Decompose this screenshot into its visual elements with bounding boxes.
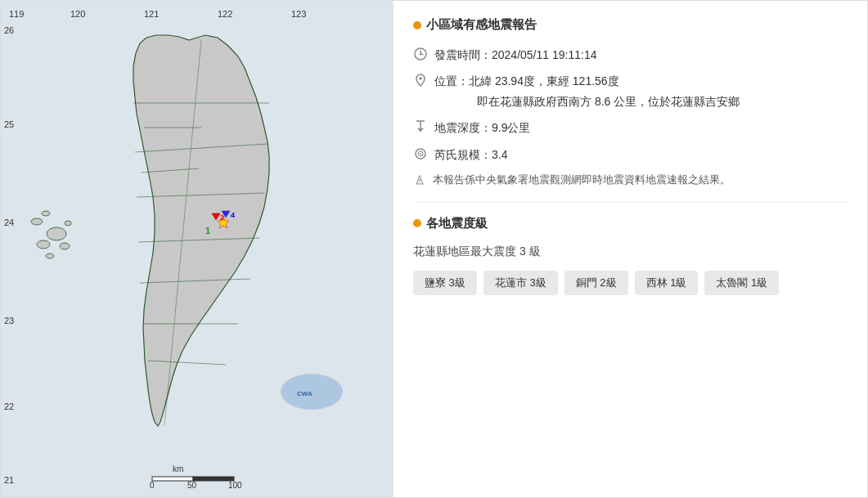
svg-text:1: 1 [205,226,210,236]
time-value: 2024/05/11 19:11:14 [492,48,596,61]
time-row: 發震時間：2024/05/11 19:11:14 [413,46,848,64]
intensity-tag: 鹽寮 3級 [413,271,477,295]
orange-dot-report [413,21,421,29]
time-icon [413,47,428,61]
svg-point-56 [419,182,420,183]
svg-text:km: km [173,464,183,473]
disclaimer-row: 本報告係中央氣象署地震觀測網即時地震資料地震速報之結果。 [413,172,848,189]
depth-text: 地震深度：9.9公里 [434,119,530,137]
svg-text:25: 25 [4,119,14,129]
disclaimer-icon [413,173,426,186]
depth-icon [413,119,428,134]
report-title-text: 小區域有感地震報告 [426,17,537,33]
svg-text:123: 123 [291,9,306,19]
report-section-title: 小區域有感地震報告 [413,17,848,33]
info-panel: 小區域有感地震報告 發震時間：2024/05/11 19:11:14 [394,1,867,497]
svg-text:4: 4 [231,211,235,219]
time-label: 發震時間： [434,48,492,61]
svg-text:0: 0 [150,481,155,490]
svg-text:23: 23 [4,316,14,325]
svg-text:22: 22 [4,402,14,411]
svg-point-3 [37,240,50,249]
location-line1: 北緯 23.94度，東經 121.56度 [469,74,619,87]
svg-text:21: 21 [4,475,14,485]
depth-value: 9.9公里 [492,121,530,134]
magnitude-value: 3.4 [492,148,507,161]
intensity-title-text: 各地震度級 [426,216,488,231]
divider [413,202,848,203]
location-line2: 即在花蓮縣政府西南方 8.6 公里，位於花蓮縣吉安鄉 [434,92,740,110]
orange-dot-intensity [413,219,421,227]
svg-text:119: 119 [9,9,24,19]
svg-point-2 [47,227,66,240]
svg-point-7 [42,211,50,216]
depth-row: 地震深度：9.9公里 [413,119,848,137]
location-label: 位置： [434,74,469,87]
svg-point-6 [31,218,43,225]
map-panel: 119 120 121 122 123 26 25 24 23 22 21 [1,1,394,498]
intensity-section: 各地震度級 花蓮縣地區最大震度 3 級 鹽寮 3級花蓮市 3級銅門 2級西林 1… [413,216,848,295]
time-text: 發震時間：2024/05/11 19:11:14 [434,46,596,64]
location-text: 位置：北緯 23.94度，東經 121.56度 即在花蓮縣政府西南方 8.6 公… [434,72,740,110]
magnitude-icon [413,146,428,161]
intensity-tags: 鹽寮 3級花蓮市 3級銅門 2級西林 1級太魯閣 1級 [413,271,848,295]
intensity-tag: 銅門 2級 [564,271,628,295]
svg-point-5 [46,253,54,258]
svg-text:2: 2 [220,213,224,222]
intensity-section-title: 各地震度級 [413,216,848,231]
main-container: 119 120 121 122 123 26 25 24 23 22 21 [0,0,868,498]
location-icon [413,73,428,87]
magnitude-row: 芮氏規模：3.4 [413,146,848,164]
svg-point-8 [65,221,71,226]
svg-text:CWA: CWA [297,390,313,397]
magnitude-label: 芮氏規模： [434,148,492,161]
svg-point-53 [420,153,421,155]
disclaimer-text: 本報告係中央氣象署地震觀測網即時地震資料地震速報之結果。 [433,172,731,189]
magnitude-text: 芮氏規模：3.4 [434,146,507,164]
svg-text:120: 120 [70,9,85,19]
svg-marker-49 [417,128,424,132]
max-intensity-text: 花蓮縣地區最大震度 3 級 [413,245,848,259]
svg-text:100: 100 [228,481,242,490]
intensity-tag: 太魯閣 1級 [704,271,779,295]
svg-text:26: 26 [4,25,14,35]
intensity-tag: 花蓮市 3級 [483,271,558,295]
location-row: 位置：北緯 23.94度，東經 121.56度 即在花蓮縣政府西南方 8.6 公… [413,72,848,110]
svg-text:122: 122 [218,9,232,19]
depth-label: 地震深度： [434,121,492,134]
svg-text:24: 24 [4,218,14,227]
svg-point-4 [60,243,70,249]
svg-point-47 [419,78,422,81]
svg-text:121: 121 [144,9,159,19]
intensity-tag: 西林 1級 [635,271,699,295]
svg-text:50: 50 [187,481,197,490]
